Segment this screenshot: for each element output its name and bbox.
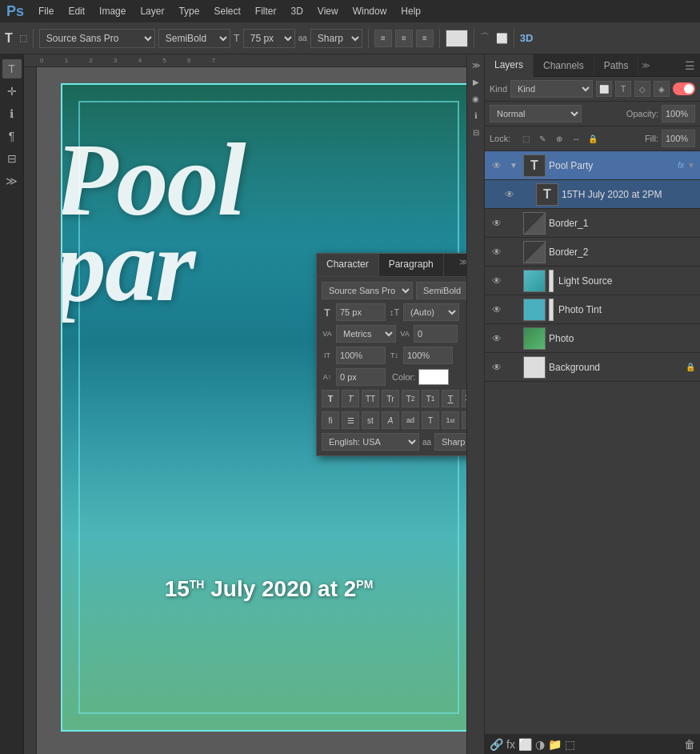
layer-border1[interactable]: 👁 Border_1 xyxy=(485,209,700,238)
strip-btn-4[interactable]: ℹ xyxy=(469,108,483,122)
fill-input[interactable] xyxy=(662,130,695,147)
align-tool-button[interactable]: ⊟ xyxy=(2,149,22,168)
antialiasing-select[interactable]: Sharp xyxy=(310,29,362,48)
menu-3d[interactable]: 3D xyxy=(285,4,310,18)
scale-v-input[interactable] xyxy=(403,347,453,364)
layer-light-source[interactable]: 👁 Light Source xyxy=(485,267,700,295)
move-tool-button[interactable]: ✛ xyxy=(2,82,22,101)
filter-smart-icon[interactable]: ◈ xyxy=(654,81,670,97)
layer-photo-tint[interactable]: 👁 Photo Tint xyxy=(485,295,700,324)
align-center-button[interactable]: ≡ xyxy=(395,30,413,47)
antialiasing-method-select[interactable]: Sharp xyxy=(434,433,466,451)
strip-btn-5[interactable]: ⊟ xyxy=(469,125,483,139)
language-select[interactable]: English: USA xyxy=(322,433,419,451)
discretionary-button[interactable]: ad xyxy=(402,411,419,429)
add-style-icon[interactable]: fx xyxy=(506,738,515,751)
panel-menu-icon[interactable]: ☰ xyxy=(685,59,695,72)
filter-toggle[interactable] xyxy=(673,82,695,95)
lock-transparent-icon[interactable]: ⬚ xyxy=(518,131,533,146)
font-family-select[interactable]: Source Sans Pro xyxy=(39,29,155,48)
menu-edit[interactable]: Edit xyxy=(62,4,91,18)
font-size-input[interactable] xyxy=(336,303,386,321)
menu-view[interactable]: View xyxy=(311,4,345,18)
layer-date-visibility[interactable]: 👁 xyxy=(502,187,517,202)
3d-button[interactable]: 3D xyxy=(520,32,534,44)
char-font-family[interactable]: Source Sans Pro xyxy=(322,282,413,299)
panel-expand-icon[interactable]: ≫ xyxy=(638,61,653,70)
menu-window[interactable]: Window xyxy=(346,4,394,18)
menu-type[interactable]: Type xyxy=(172,4,206,18)
superscript-button[interactable]: T2 xyxy=(402,390,419,407)
font-style-select[interactable]: SemiBold xyxy=(158,29,230,48)
baseline-input[interactable] xyxy=(336,368,386,386)
strip-btn-2[interactable]: ▶ xyxy=(469,74,483,89)
blend-mode-select[interactable]: Normal xyxy=(490,105,582,122)
opacity-input[interactable] xyxy=(662,105,695,122)
layer-pool-party-expand[interactable]: ▼ xyxy=(507,161,520,170)
layer-photo-tint-visibility[interactable]: 👁 xyxy=(490,303,504,317)
panel-expand-icon[interactable]: ≫ xyxy=(454,254,466,276)
layer-border1-visibility[interactable]: 👁 xyxy=(490,216,504,231)
subscript-button[interactable]: T1 xyxy=(422,390,439,407)
strikethrough-button[interactable]: TT xyxy=(462,390,466,407)
layer-border2-visibility[interactable]: 👁 xyxy=(490,245,504,259)
tab-character[interactable]: Character xyxy=(317,254,379,276)
strip-btn-3[interactable]: ◉ xyxy=(469,91,483,106)
tab-paths[interactable]: Paths xyxy=(594,55,639,76)
lock-image-icon[interactable]: ✎ xyxy=(535,131,550,146)
layer-pool-party[interactable]: 👁 ▼ T Pool Party fx ▼ xyxy=(485,151,700,180)
kerning-input[interactable] xyxy=(414,325,458,343)
warp-text-icon[interactable]: ⌒ xyxy=(480,31,490,45)
leading-select[interactable]: (Auto) xyxy=(403,303,459,321)
new-group-icon[interactable]: 📁 xyxy=(548,738,562,751)
add-mask-icon[interactable]: ⬜ xyxy=(518,738,532,751)
color-picker[interactable] xyxy=(418,369,449,385)
extra-tool-button[interactable]: ≫ xyxy=(2,171,22,191)
layer-pool-party-visibility[interactable]: 👁 xyxy=(490,158,504,173)
fraction-button[interactable]: ½ xyxy=(462,411,466,429)
ordinal-button[interactable]: 1st xyxy=(442,411,459,429)
menu-filter[interactable]: Filter xyxy=(249,4,283,18)
info-tool-button[interactable]: ℹ xyxy=(2,104,22,123)
type-tool-icon[interactable]: T xyxy=(5,31,13,46)
align-left-button[interactable]: ≡ xyxy=(374,30,392,47)
titling-button[interactable]: T xyxy=(422,411,439,429)
delete-layer-icon[interactable]: 🗑 xyxy=(684,738,695,751)
filter-text-icon[interactable]: T xyxy=(615,81,631,97)
layer-photo-visibility[interactable]: 👁 xyxy=(490,331,504,346)
color-swatch[interactable] xyxy=(446,30,468,47)
oldstyle-button[interactable]: ☰ xyxy=(342,411,359,429)
font-size-select[interactable]: 75 px xyxy=(243,29,295,48)
paragraph-icon-button[interactable]: ¶ xyxy=(2,126,22,146)
strip-btn-1[interactable]: ≫ xyxy=(469,58,483,72)
stylistic-button[interactable]: st xyxy=(362,411,379,429)
italic-button[interactable]: T xyxy=(342,390,359,407)
scale-h-input[interactable] xyxy=(336,347,386,364)
lock-all-icon[interactable]: 🔒 xyxy=(586,131,600,146)
swash-button[interactable]: A xyxy=(382,411,399,429)
layer-background-visibility[interactable]: 👁 xyxy=(490,360,504,375)
tracking-select[interactable]: Metrics xyxy=(336,325,396,343)
layer-light-source-visibility[interactable]: 👁 xyxy=(490,274,504,288)
new-layer-icon[interactable]: ⬚ xyxy=(565,738,575,751)
tab-layers[interactable]: Layers xyxy=(485,54,534,77)
lock-position-icon[interactable]: ⊕ xyxy=(552,131,566,146)
layer-fx-arrow[interactable]: ▼ xyxy=(687,161,695,170)
type-tool-button[interactable]: T xyxy=(2,59,22,78)
ligature-button[interactable]: fi xyxy=(322,411,339,429)
link-layers-icon[interactable]: 🔗 xyxy=(490,738,503,751)
menu-image[interactable]: Image xyxy=(93,4,132,18)
layer-background[interactable]: 👁 Background 🔒 xyxy=(485,353,700,382)
filter-shape-icon[interactable]: ◇ xyxy=(634,81,650,97)
char-font-style[interactable]: SemiBold xyxy=(416,282,466,299)
menu-layer[interactable]: Layer xyxy=(134,4,170,18)
bold-button[interactable]: T xyxy=(322,390,339,407)
add-adjustment-icon[interactable]: ◑ xyxy=(535,738,545,751)
lock-artboard-icon[interactable]: ↔ xyxy=(569,131,583,146)
allcaps-button[interactable]: TT xyxy=(362,390,379,407)
layer-photo[interactable]: 👁 Photo xyxy=(485,324,700,353)
menu-file[interactable]: File xyxy=(32,4,60,18)
smallcaps-button[interactable]: Tr xyxy=(382,390,399,407)
menu-select[interactable]: Select xyxy=(207,4,246,18)
layer-date[interactable]: 👁 T 15TH July 2020 at 2PM xyxy=(485,180,700,209)
